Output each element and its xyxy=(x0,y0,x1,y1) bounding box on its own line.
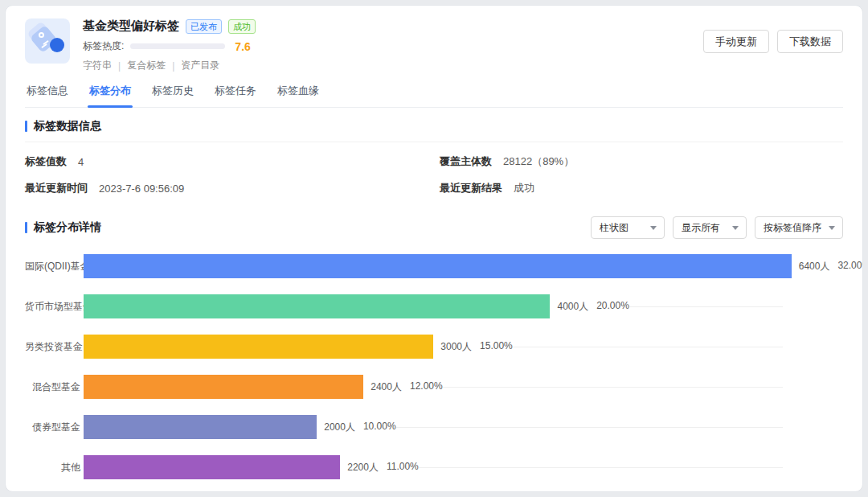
bar-pct-label: 11.00% xyxy=(387,461,419,474)
tab-bar: 标签信息 标签分布 标签历史 标签任务 标签血缘 xyxy=(25,84,843,108)
chart-rows: 国际(QDII)基金 6400人 32.00% 货币市场型基金 4000人 20… xyxy=(25,246,843,487)
status-badge-published: 已发布 xyxy=(186,19,222,34)
chart-row: 混合型基金 2400人 12.00% xyxy=(25,367,843,407)
bar[interactable] xyxy=(84,375,363,399)
distribution-section-header: 标签分布详情 柱状图 显示所有 按标签值降序 xyxy=(25,216,843,239)
heat-value: 7.6 xyxy=(235,40,250,53)
row-grid-line xyxy=(513,347,784,347)
heat-progress xyxy=(130,43,225,49)
row-grid-line xyxy=(396,427,784,428)
bar-plot-area: 6400人 32.00% xyxy=(84,254,843,278)
section-title-data-info: 标签数据信息 xyxy=(34,119,101,133)
heat-row: 标签热度: 7.6 xyxy=(83,39,703,53)
chevron-down-icon xyxy=(829,226,835,230)
chevron-down-icon xyxy=(650,226,657,230)
tag-icon xyxy=(25,18,70,64)
info-fields: 标签值数 4 覆盖主体数 28122（89%） 最近更新时间 2023-7-6 … xyxy=(25,142,843,195)
meta-item-kind: 复合标签 xyxy=(127,59,166,72)
bar-pct-label: 10.00% xyxy=(363,421,396,434)
tag-detail-card: 基金类型偏好标签 已发布 成功 标签热度: 7.6 字符串 | 复合标签 | 资… xyxy=(5,5,863,492)
bar-value-label: 3000人 xyxy=(440,340,472,354)
chart-filters: 柱状图 显示所有 按标签值降序 xyxy=(591,216,843,239)
chart-row: 其他 2200人 11.00% xyxy=(25,447,843,487)
field-last-update-time: 最近更新时间 2023-7-6 09:56:09 xyxy=(25,169,440,195)
bar-value-label: 2200人 xyxy=(347,461,379,474)
page-title: 基金类型偏好标签 xyxy=(83,18,179,34)
bar-category-label: 其他 xyxy=(25,461,84,474)
tag-data-info-section: 标签数据信息 标签值数 4 覆盖主体数 28122（89%） 最近更新时间 20… xyxy=(25,119,843,195)
bar[interactable] xyxy=(84,294,550,318)
tab-tag-info[interactable]: 标签信息 xyxy=(25,84,70,107)
section-title-distribution: 标签分布详情 xyxy=(34,220,101,235)
bar-pct-label: 15.00% xyxy=(480,340,513,354)
bar[interactable] xyxy=(84,415,317,439)
bar-value: 6400人 32.00% xyxy=(799,260,863,273)
bar-pct-label: 32.00% xyxy=(837,260,863,273)
manual-update-button[interactable]: 手动更新 xyxy=(703,30,769,53)
chart-type-select[interactable]: 柱状图 xyxy=(591,216,665,239)
bar-category-label: 国际(QDII)基金 xyxy=(25,260,84,273)
bar-value-label: 2400人 xyxy=(371,380,402,394)
x-axis: 0% 5% 10% 15% 20% 25% 30% xyxy=(87,491,843,492)
field-covered-entities: 覆盖主体数 28122（89%） xyxy=(440,142,843,169)
meta-row: 字符串 | 复合标签 | 资产目录 xyxy=(83,59,703,72)
status-badge-success: 成功 xyxy=(228,19,256,34)
header-main: 基金类型偏好标签 已发布 成功 标签热度: 7.6 字符串 | 复合标签 | 资… xyxy=(83,18,703,72)
chart-row: 货币市场型基金 4000人 20.00% xyxy=(25,286,843,327)
bar-pct-label: 12.00% xyxy=(410,380,443,394)
bar[interactable] xyxy=(84,335,433,359)
tab-tag-tasks[interactable]: 标签任务 xyxy=(213,84,258,107)
bar-category-label: 另类投资基金 xyxy=(25,340,84,354)
bar-plot-area: 2000人 10.00% xyxy=(84,415,843,439)
chevron-down-icon xyxy=(732,226,739,230)
tab-tag-history[interactable]: 标签历史 xyxy=(150,84,195,107)
download-data-button[interactable]: 下载数据 xyxy=(777,30,843,53)
sort-order-select[interactable]: 按标签值降序 xyxy=(755,216,843,239)
bar[interactable] xyxy=(84,254,792,278)
display-filter-select[interactable]: 显示所有 xyxy=(673,216,747,239)
chart-row: 债券型基金 2000人 10.00% xyxy=(25,407,843,447)
row-grid-line xyxy=(419,467,784,468)
bar-value: 2200人 11.00% xyxy=(347,461,419,474)
bar-value: 4000人 20.00% xyxy=(557,300,628,314)
bar-plot-area: 3000人 15.00% xyxy=(84,335,843,359)
bar-pct-label: 20.00% xyxy=(596,300,629,314)
section-accent-bar xyxy=(25,222,27,233)
header: 基金类型偏好标签 已发布 成功 标签热度: 7.6 字符串 | 复合标签 | 资… xyxy=(25,18,843,72)
field-last-update-result: 最近更新结果 成功 xyxy=(440,169,843,195)
tab-tag-distribution[interactable]: 标签分布 xyxy=(88,84,133,107)
bar-plot-area: 2400人 12.00% xyxy=(84,375,843,399)
bar-category-label: 债券型基金 xyxy=(25,421,84,434)
bar-plot-area: 4000人 20.00% xyxy=(84,294,843,318)
chart-row: 国际(QDII)基金 6400人 32.00% xyxy=(25,246,843,286)
bar-value-label: 6400人 xyxy=(799,260,830,273)
meta-separator: | xyxy=(118,60,121,72)
field-tag-value-count: 标签值数 4 xyxy=(25,142,440,169)
bar-value: 3000人 15.00% xyxy=(440,340,512,354)
row-grid-line xyxy=(443,387,784,388)
tab-tag-lineage[interactable]: 标签血缘 xyxy=(276,84,321,107)
meta-item-type: 字符串 xyxy=(83,59,112,72)
row-grid-line xyxy=(629,306,784,307)
bar-value: 2400人 12.00% xyxy=(371,380,442,394)
bar-value-label: 2000人 xyxy=(324,421,355,434)
bar-plot-area: 2200人 11.00% xyxy=(84,455,843,479)
heat-label: 标签热度: xyxy=(83,39,124,53)
meta-item-catalog: 资产目录 xyxy=(181,59,219,72)
bar-category-label: 货币市场型基金 xyxy=(25,300,84,314)
meta-separator: | xyxy=(172,60,174,72)
bar[interactable] xyxy=(84,455,340,479)
bar-category-label: 混合型基金 xyxy=(25,380,84,394)
header-actions: 手动更新 下载数据 xyxy=(703,30,843,53)
section-accent-bar xyxy=(25,121,27,132)
bar-value: 2000人 10.00% xyxy=(324,421,395,434)
bar-value-label: 4000人 xyxy=(557,300,588,314)
distribution-bar-chart: 国际(QDII)基金 6400人 32.00% 货币市场型基金 4000人 20… xyxy=(25,246,843,492)
chart-row: 另类投资基金 3000人 15.00% xyxy=(25,327,843,367)
